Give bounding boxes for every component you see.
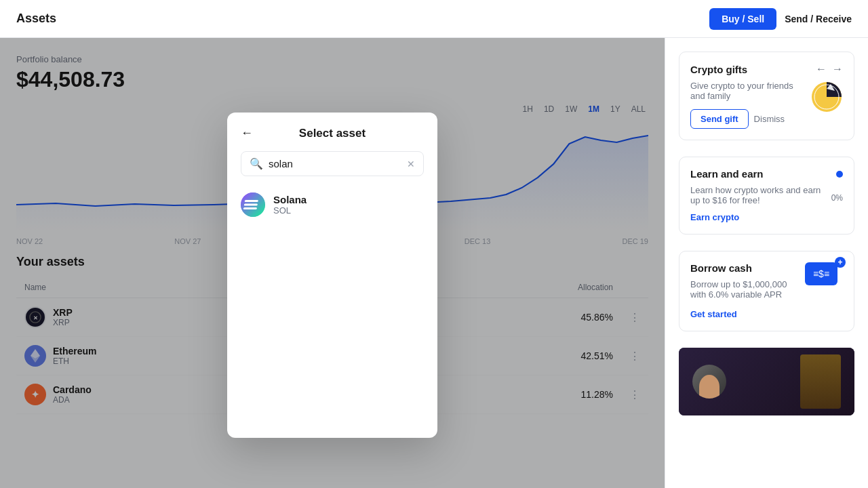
gifts-pie-icon — [810, 81, 843, 113]
main-layout: Portfolio balance $44,508.73 1H 1D 1W 1M… — [0, 38, 868, 488]
sol-name: Solana — [273, 194, 307, 205]
crypto-gifts-desc: Give crypto to your friends and family — [690, 81, 804, 101]
send-gift-button[interactable]: Send gift — [690, 109, 749, 129]
svg-rect-5 — [245, 200, 259, 202]
select-asset-modal: ← Select asset 🔍 ✕ — [227, 113, 437, 438]
modal-header: ← Select asset — [227, 113, 437, 140]
video-thumbnail[interactable] — [679, 348, 854, 415]
learn-percent: 0% — [831, 193, 843, 203]
borrow-icon: ≡$≡ — [805, 262, 837, 285]
modal-results: Solana SOL — [227, 176, 437, 438]
learn-earn-header: Learn and earn — [690, 168, 843, 180]
crypto-gifts-card: Crypto gifts ← → Give crypto to your fri… — [679, 52, 854, 140]
modal-back-button[interactable]: ← — [241, 126, 253, 140]
crypto-gifts-nav: ← → — [816, 63, 843, 75]
borrow-cash-title: Borrow cash — [690, 262, 798, 274]
buy-sell-button[interactable]: Buy / Sell — [709, 8, 776, 30]
content-area: Portfolio balance $44,508.73 1H 1D 1W 1M… — [0, 38, 665, 488]
crypto-gifts-header: Crypto gifts ← → — [690, 63, 843, 75]
sol-ticker: SOL — [273, 205, 307, 216]
svg-rect-7 — [243, 207, 258, 209]
list-item[interactable]: Solana SOL — [227, 184, 437, 225]
header: Assets Buy / Sell Send / Receive — [0, 0, 868, 38]
modal-overlay[interactable]: ← Select asset 🔍 ✕ — [0, 38, 665, 488]
modal-title: Select asset — [261, 127, 403, 140]
sol-coin-icon — [241, 192, 265, 217]
sol-name-block: Solana SOL — [273, 194, 307, 216]
gifts-next-button[interactable]: → — [832, 63, 843, 75]
search-clear-button[interactable]: ✕ — [407, 159, 415, 169]
crypto-gifts-actions: Send gift Dismiss — [690, 109, 804, 129]
search-icon: 🔍 — [250, 157, 263, 170]
get-started-link[interactable]: Get started — [690, 309, 737, 319]
svg-rect-6 — [244, 204, 258, 206]
learn-dot — [836, 171, 843, 178]
earn-crypto-link[interactable]: Earn crypto — [690, 212, 739, 222]
learn-earn-desc: Learn how crypto works and earn up to $1… — [690, 185, 831, 205]
gifts-prev-button[interactable]: ← — [816, 63, 827, 75]
modal-search-row: 🔍 ✕ — [227, 140, 437, 176]
app-logo: Assets — [16, 12, 56, 26]
borrow-cash-desc: Borrow up to $1,000,000 with 6.0% variab… — [690, 279, 798, 300]
dismiss-button[interactable]: Dismiss — [754, 109, 785, 129]
search-wrapper: 🔍 ✕ — [241, 151, 424, 176]
header-actions: Buy / Sell Send / Receive — [709, 8, 852, 30]
learn-earn-card: Learn and earn Learn how crypto works an… — [679, 157, 854, 235]
borrow-cash-card: Borrow cash Borrow up to $1,000,000 with… — [679, 251, 854, 331]
sidebar: Crypto gifts ← → Give crypto to your fri… — [665, 38, 868, 488]
crypto-gifts-title: Crypto gifts — [690, 64, 747, 75]
send-receive-button[interactable]: Send / Receive — [785, 14, 852, 24]
borrow-plus-icon: + — [835, 257, 846, 268]
learn-earn-row: Learn how crypto works and earn up to $1… — [690, 185, 843, 211]
video-face — [679, 348, 854, 415]
learn-earn-title: Learn and earn — [690, 168, 764, 180]
search-input[interactable] — [269, 158, 401, 169]
